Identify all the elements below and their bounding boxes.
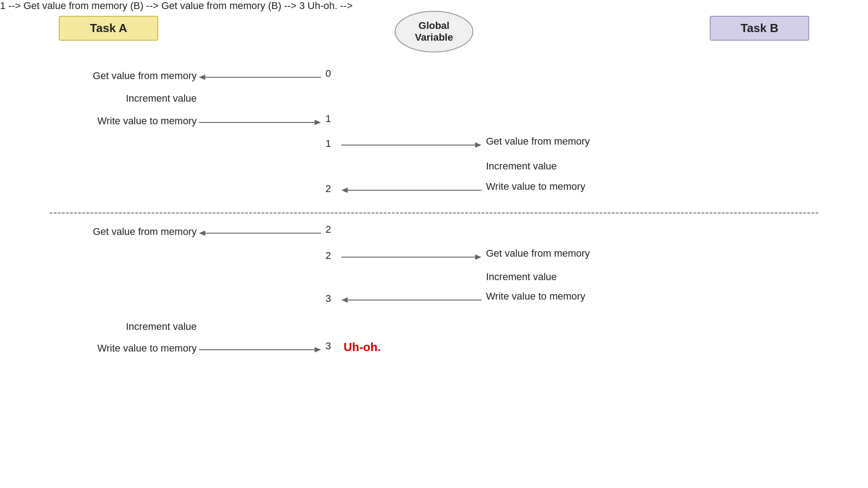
r3-arrow	[199, 118, 321, 127]
r3-left-label: Write value to memory	[43, 115, 197, 127]
r4-center-val: 1	[326, 138, 331, 150]
svg-text:Global: Global	[419, 20, 449, 31]
r8-center-val: 2	[326, 250, 331, 262]
r7-arrow	[199, 229, 321, 238]
svg-marker-14	[475, 254, 481, 260]
r1-center-val: 0	[326, 68, 331, 80]
r9-right-label: Increment value	[486, 271, 557, 283]
r12-arrow	[199, 345, 321, 354]
svg-marker-4	[199, 75, 205, 80]
r6-right-label: Write value to memory	[486, 181, 585, 192]
r4-right-label: Get value from memory	[486, 136, 590, 147]
r11-left-label: Increment value	[43, 321, 197, 333]
r7-center-val: 2	[326, 224, 331, 235]
svg-marker-12	[199, 230, 205, 236]
r6-arrow	[341, 186, 481, 195]
svg-marker-6	[315, 120, 321, 125]
r10-center-val: 3	[326, 293, 331, 305]
global-variable-ellipse: Global Variable	[393, 9, 475, 54]
svg-text:Variable: Variable	[415, 32, 453, 43]
r10-right-label: Write value to memory	[486, 291, 585, 302]
svg-marker-18	[315, 347, 321, 352]
r10-arrow	[341, 296, 481, 305]
r4-arrow	[341, 141, 481, 150]
r12-uh-oh: Uh-oh.	[344, 340, 381, 354]
svg-marker-10	[341, 188, 348, 193]
r8-arrow	[341, 253, 481, 262]
r1-left-label: Get value from memory	[43, 70, 197, 82]
r5-right-label: Increment value	[486, 160, 557, 172]
r8-right-label: Get value from memory	[486, 248, 590, 259]
task-a-label: Task A	[59, 16, 158, 41]
r1-arrow	[199, 73, 321, 82]
r7-left-label: Get value from memory	[43, 226, 197, 238]
r2-left-label: Increment value	[43, 93, 197, 104]
r6-center-val: 2	[326, 183, 331, 195]
r12-center-val: 3	[326, 340, 331, 352]
task-b-label: Task B	[710, 16, 809, 41]
svg-marker-8	[475, 142, 481, 148]
r3-center-val: 1	[326, 113, 331, 125]
svg-marker-16	[341, 297, 348, 303]
section-divider	[50, 212, 818, 214]
r12-left-label: Write value to memory	[43, 343, 197, 354]
